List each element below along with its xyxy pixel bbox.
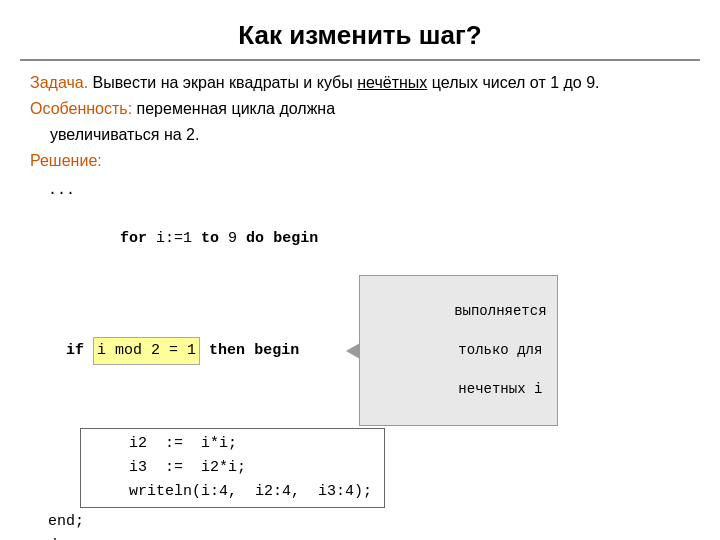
callout-code: i [534,381,542,397]
code-if-end: then begin [200,339,299,363]
callout-line1: выполняется [454,303,546,319]
solution-label: Решение: [30,149,690,173]
feature-text: переменная цикла должна [132,100,335,117]
feature-line: Особенность: переменная цикла должна [30,97,690,121]
task-label: Задача. [30,74,88,91]
code-for-line: for i:=1 to 9 do begin [30,203,690,275]
callout-box: выполняется только для нечетных i [359,275,557,426]
page: Как изменить шаг? Задача. Вывести на экр… [0,0,720,540]
code-if-highlight: i mod 2 = 1 [93,337,200,365]
task-line: Задача. Вывести на экран квадраты и кубы… [30,71,690,95]
code-if-start: if [30,339,93,363]
code-for-kw: for i:=1 to 9 do begin [102,230,318,247]
code-if-line: if i mod 2 = 1 then begin выполняется то… [30,275,690,426]
code-end2: end; [30,534,690,540]
feature-label: Особенность: [30,100,132,117]
feature-indent: увеличиваться на 2. [50,123,690,147]
code-end1: end; [30,510,690,534]
task-underline: нечётных [357,74,427,91]
code-block: ... for i:=1 to 9 do begin if i mod 2 = … [30,179,690,540]
inner-line3: writeln(i:4, i2:4, i3:4); [93,480,372,504]
callout-line3: нечетных [458,381,534,397]
page-title: Как изменить шаг? [20,10,700,61]
content: Задача. Вывести на экран квадраты и кубы… [20,71,700,540]
inner-line2: i3 := i2*i; [93,456,372,480]
inner-code-box: i2 := i*i; i3 := i2*i; writeln(i:4, i2:4… [80,428,385,508]
task-text2: целых чисел от 1 до 9. [427,74,599,91]
inner-line1: i2 := i*i; [93,432,372,456]
code-dots1: ... [30,179,690,203]
callout-line2: только для [458,342,542,358]
task-text: Вывести на экран квадраты и кубы [88,74,357,91]
